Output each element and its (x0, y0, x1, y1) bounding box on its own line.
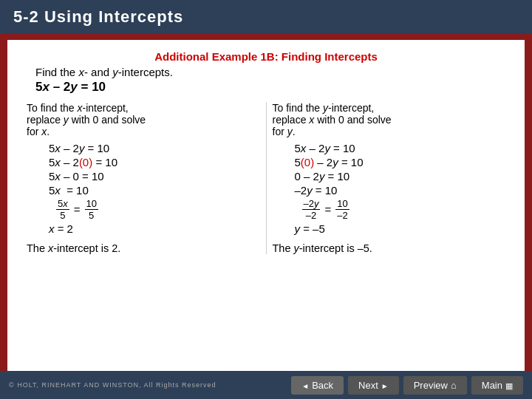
problem-line1: Find the x- and y-intercepts. (35, 66, 511, 78)
step3-left: 5x – 0 = 10 (49, 170, 260, 183)
step2-right: 5(0) – 2y = 10 (295, 156, 506, 168)
back-button[interactable]: Back (291, 376, 344, 395)
preview-button[interactable]: Preview (403, 376, 467, 395)
footer: © HOLT, RINEHART AND WINSTON, All Rights… (0, 371, 532, 399)
page-header: 5-2 Using Intercepts (0, 0, 532, 34)
page-title: 5-2 Using Intercepts (13, 7, 183, 26)
main-content: Additional Example 1B: Finding Intercept… (7, 40, 525, 372)
step1-left: 5x – 2y = 10 (49, 142, 260, 154)
step5-right: –2y –2 = 10 –2 (302, 198, 506, 221)
step5-left: 5x 5 = 10 5 (56, 198, 260, 221)
frac-right-left: 10 5 (85, 198, 98, 221)
main-label: Main (482, 380, 502, 391)
preview-house-icon (451, 380, 457, 391)
nav-buttons: Back Next Preview Main (291, 376, 523, 395)
frac-left: 5x 5 (56, 198, 69, 221)
step6-left: x = 2 (49, 222, 260, 235)
step3-right: 0 – 2y = 10 (295, 170, 506, 183)
back-label: Back (312, 380, 333, 391)
left-conclusion: The x-intercept is 2. (27, 242, 260, 254)
example-title: Additional Example 1B: Finding Intercept… (21, 50, 511, 63)
step1-right: 5x – 2y = 10 (295, 142, 506, 154)
next-label: Next (358, 380, 378, 391)
next-button[interactable]: Next (348, 376, 399, 395)
step4-right: –2y = 10 (295, 184, 506, 197)
right-col-header: To find the y-intercept, replace x with … (273, 102, 506, 137)
step2-left: 5x – 2(0) = 10 (49, 156, 260, 168)
next-arrow-icon (381, 380, 389, 391)
left-col-header: To find the x-intercept, replace y with … (27, 102, 260, 137)
two-column-layout: To find the x-intercept, replace y with … (21, 102, 511, 254)
step4-left: 5x = 10 (49, 184, 260, 197)
step6-right: y = –5 (295, 222, 506, 235)
main-button[interactable]: Main (471, 376, 523, 395)
y-var: y (112, 66, 118, 78)
preview-label: Preview (414, 380, 448, 391)
right-column: To find the y-intercept, replace x with … (267, 102, 512, 254)
left-column: To find the x-intercept, replace y with … (21, 102, 267, 254)
right-conclusion: The y-intercept is –5. (273, 242, 506, 254)
copyright: © HOLT, RINEHART AND WINSTON, All Rights… (9, 381, 216, 389)
x-var: x (78, 66, 84, 78)
frac-left-right: –2y –2 (302, 198, 321, 221)
frac-right-right: 10 –2 (335, 198, 349, 221)
problem-equation: 5x – 2y = 10 (35, 80, 511, 95)
right-math-steps: 5x – 2y = 10 5(0) – 2y = 10 0 – 2y = 10 … (295, 142, 506, 235)
back-arrow-icon (301, 380, 309, 391)
left-math-steps: 5x – 2y = 10 5x – 2(0) = 10 5x – 0 = 10 … (49, 142, 260, 235)
main-grid-icon (505, 380, 513, 391)
